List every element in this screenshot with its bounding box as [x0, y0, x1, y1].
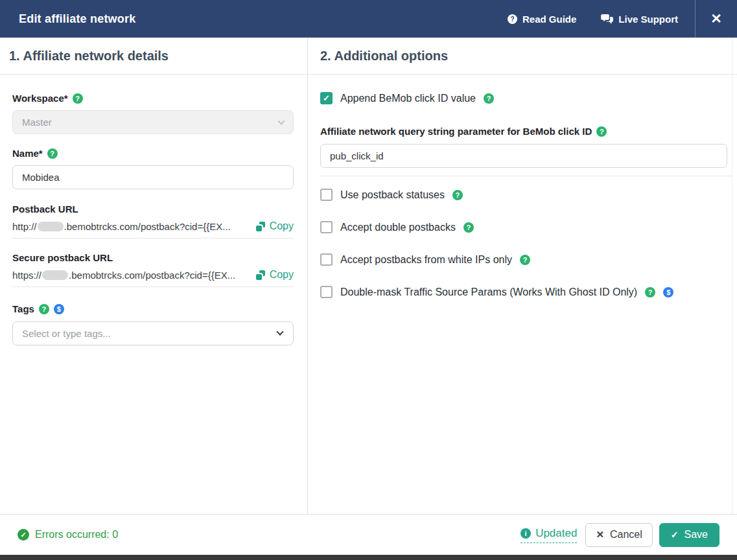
live-support-link[interactable]: Live Support	[601, 14, 678, 25]
postback-url-row: http:// .bemobtrcks.com/postback?cid={{E…	[12, 220, 294, 232]
check-icon: ✓	[323, 93, 330, 103]
modal-body: 1. Affiliate network details Workspace* …	[0, 38, 737, 514]
checkbox-label: Accept postbacks from white IPs only	[340, 254, 512, 266]
divider	[12, 286, 294, 287]
checkbox-label: Double-mask Traffic Source Params (Works…	[340, 286, 637, 298]
modal-header: Edit affiliate network ? Read Guide Live…	[0, 0, 737, 38]
save-label: Save	[684, 529, 708, 541]
help-icon[interactable]: ?	[47, 148, 58, 159]
close-icon: ✕	[710, 11, 722, 27]
name-input[interactable]	[12, 165, 294, 189]
updated-link[interactable]: i Updated	[521, 527, 577, 543]
divider	[12, 238, 294, 239]
copy-secure-postback-url-button[interactable]: Copy	[256, 269, 294, 281]
tags-label-row: Tags ? $	[12, 303, 294, 314]
accept-white-ips-checkbox[interactable]	[320, 253, 333, 266]
cancel-button[interactable]: ✕ Cancel	[585, 523, 652, 547]
postback-url-value: http:// .bemobtrcks.com/postback?cid={{E…	[12, 221, 256, 232]
url-prefix: https://	[12, 270, 41, 281]
help-icon[interactable]: ?	[452, 190, 463, 200]
accept-white-ips-row: Accept postbacks from white IPs only ?	[320, 253, 727, 266]
copy-label: Copy	[270, 269, 294, 281]
divider	[320, 176, 732, 176]
workspace-value: Master	[22, 117, 52, 128]
edit-affiliate-network-modal: Edit affiliate network ? Read Guide Live…	[0, 0, 737, 560]
copy-icon	[256, 222, 265, 231]
name-label: Name*	[12, 148, 43, 159]
accept-double-postbacks-row: Accept double postbacks ?	[320, 221, 727, 233]
help-icon[interactable]: ?	[520, 255, 530, 265]
url-suffix: .bemobtrcks.com/postback?cid={{EX...	[69, 270, 235, 281]
scrollbar-track[interactable]	[732, 38, 732, 514]
affiliate-details-section: 1. Affiliate network details Workspace* …	[0, 38, 308, 514]
help-icon[interactable]: ?	[596, 126, 607, 137]
accept-double-postbacks-checkbox[interactable]	[320, 221, 333, 233]
postback-url-label: Postback URL	[12, 204, 294, 215]
read-guide-label: Read Guide	[522, 14, 576, 25]
success-check-icon: ✓	[18, 529, 29, 541]
secure-postback-url-row: https:// .bemobtrcks.com/postback?cid={{…	[12, 269, 294, 281]
backdrop-edge	[0, 555, 737, 560]
param-label-row: Affiliate network query string parameter…	[320, 126, 727, 137]
modal-title: Edit affiliate network	[19, 12, 135, 26]
use-postback-statuses-checkbox[interactable]	[320, 189, 333, 201]
cancel-x-icon: ✕	[596, 529, 604, 541]
copy-label: Copy	[270, 220, 294, 232]
redacted-subdomain	[42, 270, 68, 280]
help-icon[interactable]: ?	[463, 222, 474, 233]
cancel-label: Cancel	[610, 529, 642, 541]
workspace-select[interactable]: Master	[12, 110, 294, 134]
append-click-id-checkbox[interactable]: ✓	[320, 92, 333, 104]
redacted-subdomain	[38, 222, 64, 231]
workspace-label-row: Workspace* ?	[12, 93, 294, 104]
paid-feature-icon[interactable]: $	[54, 304, 64, 314]
modal-footer: ✓ Errors occurred: 0 i Updated ✕ Cancel …	[0, 514, 737, 555]
help-icon[interactable]: ?	[645, 287, 655, 298]
close-button[interactable]: ✕	[696, 0, 737, 38]
workspace-label: Workspace*	[12, 93, 68, 104]
url-suffix: .bemobtrcks.com/postback?cid={{EX...	[64, 221, 231, 232]
tags-select[interactable]	[12, 321, 294, 345]
help-icon[interactable]: ?	[484, 93, 494, 104]
additional-options-section: 2. Additional options ✓ Append BeMob cli…	[308, 38, 737, 514]
question-circle-icon: ?	[508, 14, 517, 24]
use-postback-statuses-row: Use postback statuses ?	[320, 189, 727, 201]
checkbox-label: Accept double postbacks	[340, 222, 456, 233]
append-click-id-label: Append BeMob click ID value	[340, 93, 476, 104]
param-label: Affiliate network query string parameter…	[320, 126, 592, 137]
chevron-down-icon	[277, 117, 285, 124]
secure-postback-url-value: https:// .bemobtrcks.com/postback?cid={{…	[12, 270, 256, 281]
footer-actions: i Updated ✕ Cancel ✓ Save	[521, 523, 719, 547]
double-mask-params-checkbox[interactable]	[320, 286, 333, 298]
info-icon: i	[521, 528, 531, 539]
tags-select-wrap	[12, 321, 294, 345]
copy-postback-url-button[interactable]: Copy	[256, 220, 294, 232]
help-icon[interactable]: ?	[39, 304, 49, 314]
tags-label: Tags	[12, 303, 34, 314]
checkbox-label: Use postback statuses	[340, 189, 445, 201]
help-icon[interactable]: ?	[73, 93, 83, 104]
secure-postback-url-label: Secure postback URL	[12, 252, 294, 263]
url-prefix: http://	[12, 221, 37, 232]
errors-status: ✓ Errors occurred: 0	[18, 529, 118, 541]
section-2-heading: 2. Additional options	[308, 38, 737, 75]
name-label-row: Name* ?	[12, 148, 294, 159]
section-1-heading: 1. Affiliate network details	[0, 38, 307, 75]
chat-bubbles-icon	[601, 14, 613, 24]
click-id-param-input[interactable]	[320, 144, 727, 168]
live-support-label: Live Support	[618, 14, 678, 25]
copy-icon	[256, 270, 265, 280]
updated-label: Updated	[535, 527, 577, 540]
read-guide-link[interactable]: ? Read Guide	[508, 14, 576, 25]
paid-feature-icon[interactable]: $	[663, 287, 673, 298]
options-checkbox-list: Use postback statuses ? Accept double po…	[320, 189, 727, 298]
double-mask-params-row: Double-mask Traffic Source Params (Works…	[320, 286, 727, 298]
errors-text: Errors occurred: 0	[35, 529, 118, 541]
save-button[interactable]: ✓ Save	[659, 523, 719, 547]
save-check-icon: ✓	[671, 530, 679, 540]
append-click-id-row: ✓ Append BeMob click ID value ?	[320, 92, 727, 104]
